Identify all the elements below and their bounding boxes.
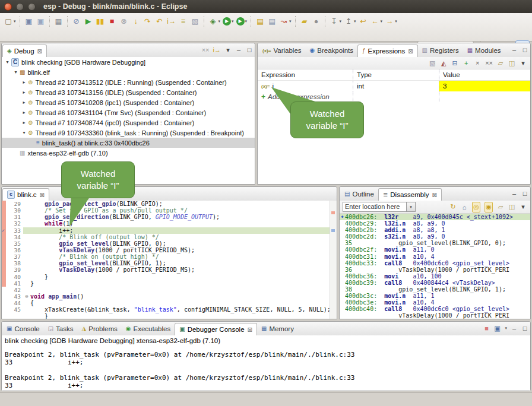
new-view-icon[interactable]: ▱	[497, 202, 504, 212]
maximize-icon[interactable]: □	[521, 323, 528, 333]
close-icon[interactable]: ⊠	[37, 48, 42, 55]
tab-expressions[interactable]: ƒExpressions⊠	[357, 45, 418, 58]
debug-tree-item[interactable]: ▸⊚Thread #2 1073413512 (IDLE : Running) …	[2, 77, 255, 87]
close-icon[interactable]: ⊠	[432, 192, 436, 198]
code-line[interactable]: 34 /* Blink off (output low) */	[2, 234, 337, 240]
expander-icon[interactable]: ▾	[12, 69, 19, 75]
add-expression-icon[interactable]: +	[463, 58, 470, 68]
minimize-icon[interactable]: ‒	[511, 323, 518, 333]
previous-annotation-button[interactable]: ↥▾	[343, 16, 357, 27]
pin-view-icon[interactable]: ◫	[508, 202, 515, 212]
home-icon[interactable]: ⌂	[461, 202, 468, 212]
launch-history-button[interactable]: ↝▾	[278, 16, 293, 27]
disassembly-row[interactable]: ◆400dbc26: l32r a9, 0x400d045c <_stext+1…	[340, 214, 530, 220]
suspend-button[interactable]: ▮▮	[94, 16, 106, 27]
expander-icon[interactable]: ▾	[4, 59, 11, 65]
next-annotation-button[interactable]: ↧▾	[328, 16, 343, 27]
tab-memory[interactable]: ▦Memory	[257, 322, 298, 335]
disassembly-row[interactable]: 400dbc31: movi.n a10, 4	[340, 253, 530, 260]
code-line[interactable]: 35 gpio_set_level(BLINK_GPIO, 0);	[2, 240, 337, 247]
step-over-button[interactable]: ↷	[142, 16, 154, 27]
overview-ruler[interactable]	[330, 201, 337, 319]
expander-icon[interactable]: ▸	[21, 100, 27, 105]
disassembly-row[interactable]: 38 gpio_set_level(BLINK_GPIO, 1);	[340, 286, 530, 293]
instruction-stepping-button[interactable]: i→	[166, 16, 178, 27]
close-icon[interactable]: ⊠	[408, 48, 413, 55]
code-line[interactable]: 36 vTaskDelay(1000 / portTICK_PERIOD_MS)…	[2, 247, 337, 253]
pin-view-icon[interactable]: ◫	[508, 58, 515, 68]
code-line[interactable]: 29 gpio_pad_select_gpio(BLINK_GPIO);	[2, 201, 337, 207]
maximize-window-button[interactable]	[28, 3, 36, 11]
expander-icon[interactable]: ▸	[21, 90, 27, 95]
expander-icon[interactable]: ▾	[21, 130, 27, 135]
build-button[interactable]: ▦	[53, 16, 65, 27]
terminate-icon[interactable]: ■	[483, 323, 490, 333]
minimize-icon[interactable]: ‒	[235, 45, 242, 55]
tab-debugger-console[interactable]: ▣Debugger Console⊠	[175, 323, 257, 336]
minimize-icon[interactable]: ‒	[511, 45, 518, 55]
column-type[interactable]: Type	[353, 69, 439, 80]
tab-executables[interactable]: ◉Executables	[122, 322, 175, 335]
code-line[interactable]: 40 }	[2, 274, 337, 280]
tab-tasks[interactable]: ◲Tasks	[44, 322, 78, 335]
debug-button[interactable]: ◈▾	[207, 16, 222, 27]
sync-with-stack-frame-icon[interactable]: ◎	[472, 202, 480, 212]
code-line[interactable]: 30 /* Set the GPIO as a push/pull output…	[2, 207, 337, 214]
maximize-icon[interactable]: □	[246, 45, 253, 55]
debug-tree-item[interactable]: ▾⊚Thread #9 1073433360 (blink_task : Run…	[2, 128, 255, 138]
debug-tree-item[interactable]: ▸⊚Thread #5 1073410208 (ipc1) (Suspended…	[2, 97, 255, 107]
remove-all-terminated-icon[interactable]: ××	[202, 45, 210, 55]
disassembly-row[interactable]: 400dbc29: l32i.n a8, a9, 0	[340, 220, 530, 227]
code-line[interactable]: 44{	[2, 300, 337, 306]
disassembly-row[interactable]: 400dbc2b: addi.n a8, a8, 1	[340, 227, 530, 233]
disassembly-row[interactable]: 400dbc2d: s32i.n a8, a9, 0	[340, 233, 530, 240]
combo-dropdown-icon[interactable]: ▾	[407, 202, 416, 212]
new-wizard-button[interactable]: ▢▾	[2, 16, 17, 27]
view-menu-icon[interactable]: ▾	[224, 45, 232, 55]
tab-registers[interactable]: ▥Registers	[418, 44, 463, 57]
code-line[interactable]: 43⊖void app_main()	[2, 293, 337, 300]
column-expression[interactable]: Expression	[258, 69, 353, 80]
external-tools-button[interactable]: ▶▾	[235, 17, 249, 26]
mark-occurrences-button[interactable]: ▰	[299, 16, 311, 27]
last-edit-location-button[interactable]: ↩	[357, 16, 369, 27]
code-line[interactable]: 31 gpio_set_direction(BLINK_GPIO, GPIO_M…	[2, 214, 337, 220]
remove-expression-icon[interactable]: ×	[474, 58, 481, 68]
collapse-all-icon[interactable]: ⊟	[451, 58, 458, 68]
close-window-button[interactable]	[4, 3, 12, 11]
remove-all-expressions-icon[interactable]: ××	[485, 58, 493, 68]
disassembly-row[interactable]: 400dbc40: call8 0x400dc6c0 <gpio_set_lev…	[340, 306, 530, 312]
show-logical-structures-icon[interactable]: ◭	[440, 58, 447, 68]
tab-blink-c[interactable]: cblink.c⊠	[2, 188, 49, 201]
expander-icon[interactable]: ▸	[21, 120, 27, 125]
code-line[interactable]: 45 xTaskCreate(&blink_task, "blink_task"…	[2, 306, 337, 313]
code-line[interactable]: 41}	[2, 280, 337, 287]
tab-variables[interactable]: (x)=Variables	[258, 44, 306, 57]
tab-debug[interactable]: ◈Debug⊠	[2, 45, 47, 58]
disassembly-row[interactable]: 400dbc33: call8 0x400dc6c0 <gpio_set_lev…	[340, 260, 530, 267]
tab-problems[interactable]: ◮Problems	[78, 322, 122, 335]
type-hierarchy-button[interactable]: ●	[311, 16, 322, 27]
column-value[interactable]: Value	[439, 69, 530, 80]
resume-button[interactable]: ▶	[83, 16, 94, 27]
close-icon[interactable]: ⊠	[248, 326, 252, 333]
code-line[interactable]: 38 gpio_set_level(BLINK_GPIO, 1);	[2, 260, 337, 267]
debug-tree-item[interactable]: ▾Cblink checking [GDB Hardware Debugging…	[2, 57, 255, 67]
use-step-filters-button[interactable]: ▧	[189, 16, 201, 27]
disassembly-row[interactable]: 400dbc3c: movi.n a11, 1	[340, 293, 530, 299]
step-return-button[interactable]: ↶	[154, 16, 166, 27]
debug-tree-item[interactable]: ▾▩blink.elf	[2, 67, 255, 77]
close-icon[interactable]: ⊠	[40, 192, 45, 198]
minimize-icon[interactable]: ‒	[511, 189, 518, 198]
disassembly-row[interactable]: 400dbc39: call8 0x400844c4 <vTaskDelay>	[340, 280, 530, 286]
disassembly-row[interactable]: vTaskDelay(1000 / portTICK_PERI	[340, 312, 530, 319]
location-input[interactable]: Enter location here	[343, 202, 407, 212]
run-button[interactable]: ▶▾	[221, 17, 235, 26]
disassembly-row[interactable]: 400dbc3e: movi.n a10, 4	[340, 299, 530, 306]
debug-tree-item[interactable]: ≡blink_task() at blink.c:33 0x400dbc26	[2, 138, 255, 148]
code-line[interactable]: 37 /* Blink on (output high) */	[2, 253, 337, 260]
step-into-button[interactable]: ↓	[130, 16, 142, 27]
expander-icon[interactable]: ▸	[21, 110, 27, 115]
tab-modules[interactable]: ▦Modules	[463, 44, 505, 57]
tab-outline[interactable]: ▤Outline	[340, 188, 378, 201]
